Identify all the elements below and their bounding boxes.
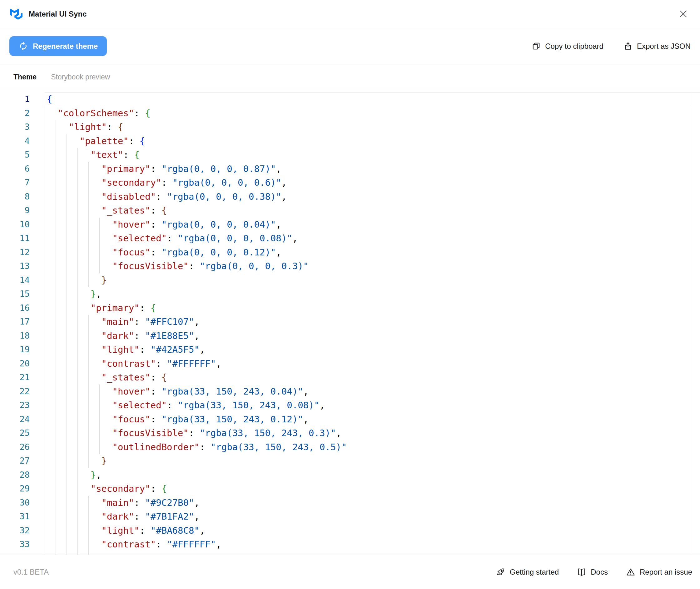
code-line: 22 "hover": "rgba(33, 150, 243, 0.04)", xyxy=(0,385,700,399)
indent-guide xyxy=(45,231,45,245)
indent-guide xyxy=(45,162,45,176)
indent-guide xyxy=(56,510,56,524)
indent-guide xyxy=(56,204,56,218)
indent-guide xyxy=(45,148,45,162)
indent-guide xyxy=(66,301,67,315)
indent-guide xyxy=(88,357,89,371)
code-line: 18 "dark": "#1E88E5", xyxy=(0,329,700,343)
line-number: 18 xyxy=(0,329,30,343)
indent-guide xyxy=(77,482,78,496)
code-line: 28 }, xyxy=(0,468,700,482)
export-as-json-button[interactable]: Export as JSON xyxy=(624,42,691,51)
tab-storybook-preview[interactable]: Storybook preview xyxy=(51,73,110,81)
indent-guide xyxy=(88,440,89,454)
code-line: 10 "hover": "rgba(0, 0, 0, 0.04)", xyxy=(0,218,700,232)
getting-started-link[interactable]: Getting started xyxy=(496,567,559,577)
code-line-content: } xyxy=(45,454,700,468)
indent-guide xyxy=(88,162,89,176)
code-line-content: "main": "#9C27B0", xyxy=(45,496,700,510)
close-icon xyxy=(678,9,688,19)
code-line-content: } xyxy=(45,273,700,287)
indent-guide xyxy=(88,231,89,245)
indent-guide xyxy=(45,218,45,232)
code-line: 9 "_states": { xyxy=(0,204,700,218)
indent-guide xyxy=(77,273,78,287)
indent-guide xyxy=(66,259,67,273)
regenerate-theme-button[interactable]: Regenerate theme xyxy=(9,36,107,56)
line-number: 10 xyxy=(0,218,30,232)
indent-guide xyxy=(56,190,56,204)
line-number: 23 xyxy=(0,398,30,412)
indent-guide xyxy=(77,259,78,273)
line-number: 8 xyxy=(0,190,30,204)
indent-guide xyxy=(66,385,67,399)
code-line-content: "dark": "#7B1FA2", xyxy=(45,510,700,524)
indent-guide xyxy=(99,218,100,232)
line-number: 6 xyxy=(0,162,30,176)
report-an-issue-link[interactable]: Report an issue xyxy=(626,567,692,577)
plugin-header: Material UI Sync xyxy=(0,0,700,28)
indent-guide xyxy=(66,245,67,259)
indent-guide xyxy=(45,385,45,399)
indent-guide xyxy=(45,259,45,273)
indent-guide xyxy=(56,454,56,468)
line-number: 24 xyxy=(0,412,30,426)
indent-guide xyxy=(66,412,67,426)
indent-guide xyxy=(45,204,45,218)
page-title: Material UI Sync xyxy=(29,10,86,18)
code-line-content: "focus": "rgba(33, 150, 243, 0.12)", xyxy=(45,412,700,426)
line-number: 13 xyxy=(0,259,30,273)
indent-guide xyxy=(45,454,45,468)
line-number: 14 xyxy=(0,273,30,287)
code-line-content: "contrast": "#FFFFFF", xyxy=(45,357,700,371)
indent-guide xyxy=(56,357,56,371)
tab-bar: Theme Storybook preview xyxy=(0,64,700,90)
code-line: 12 "focus": "rgba(0, 0, 0, 0.12)", xyxy=(0,245,700,259)
indent-guide xyxy=(45,287,45,301)
code-line-content: "primary": "rgba(0, 0, 0, 0.87)", xyxy=(45,162,700,176)
copy-to-clipboard-button[interactable]: Copy to clipboard xyxy=(532,42,604,51)
code-line: 8 "disabled": "rgba(0, 0, 0, 0.38)", xyxy=(0,190,700,204)
indent-guide xyxy=(56,162,56,176)
line-number: 3 xyxy=(0,120,30,134)
indent-guide xyxy=(56,329,56,343)
indent-guide xyxy=(77,398,78,412)
code-line-content: "focusVisible": "rgba(33, 150, 243, 0.3)… xyxy=(45,426,700,440)
code-line: 29 "secondary": { xyxy=(0,482,700,496)
indent-guide xyxy=(45,426,45,440)
getting-started-label: Getting started xyxy=(510,568,559,577)
indent-guide xyxy=(77,343,78,357)
mui-logo xyxy=(10,8,22,20)
indent-guide xyxy=(56,496,56,510)
toolbar-actions: Copy to clipboard Export as JSON xyxy=(532,42,691,51)
code-line: 16 "primary": { xyxy=(0,301,700,315)
indent-guide xyxy=(66,315,67,329)
code-line: 15 }, xyxy=(0,287,700,301)
indent-guide xyxy=(56,371,56,385)
docs-link[interactable]: Docs xyxy=(577,567,608,577)
code-line-content: "hover": "rgba(0, 0, 0, 0.04)", xyxy=(45,218,700,232)
line-number: 11 xyxy=(0,231,30,245)
indent-guide xyxy=(88,315,89,329)
line-number: 31 xyxy=(0,510,30,524)
indent-guide xyxy=(88,510,89,524)
indent-guide xyxy=(56,148,56,162)
close-button[interactable] xyxy=(676,7,690,21)
indent-guide xyxy=(88,245,89,259)
indent-guide xyxy=(66,426,67,440)
indent-guide xyxy=(45,176,45,190)
code-line: 20 "contrast": "#FFFFFF", xyxy=(0,357,700,371)
indent-guide xyxy=(99,440,100,454)
line-number: 26 xyxy=(0,440,30,454)
indent-guide xyxy=(45,482,45,496)
indent-guide xyxy=(45,106,45,120)
indent-guide xyxy=(66,357,67,371)
code-editor[interactable]: 1{2 "colorSchemes": {3 "light": {4 "pale… xyxy=(0,90,700,555)
indent-guide xyxy=(77,162,78,176)
indent-guide xyxy=(66,454,67,468)
indent-guide xyxy=(88,204,89,218)
tab-theme[interactable]: Theme xyxy=(13,73,37,81)
indent-guide xyxy=(56,245,56,259)
indent-guide xyxy=(77,231,78,245)
line-number: 15 xyxy=(0,287,30,301)
